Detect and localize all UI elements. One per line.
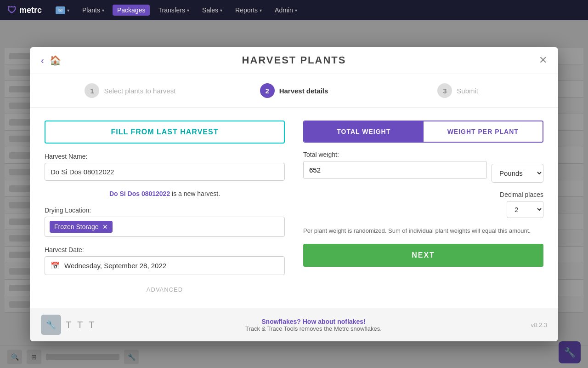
brand-name: metrc xyxy=(19,6,42,15)
total-weight-label: Total weight: xyxy=(303,151,487,158)
total-weight-wrap: Total weight: xyxy=(303,151,487,179)
weight-unit-select[interactable]: Pounds Ounces Grams Kilograms xyxy=(492,164,543,183)
nav-transfers[interactable]: Transfers ▾ xyxy=(153,5,194,16)
weight-tab-toggle: TOTAL WEIGHT WEIGHT PER PLANT xyxy=(303,121,543,143)
nav-packages[interactable]: Packages xyxy=(113,5,150,16)
modal-back-button[interactable]: ‹ xyxy=(41,55,44,66)
footer-logo-text: T T T xyxy=(66,320,96,330)
modal-header: ‹ 🏠 HARVEST PLANTS ✕ xyxy=(30,47,558,74)
nav-transfers-label: Transfers xyxy=(158,6,185,14)
drying-location-tag-container[interactable]: Frozen Storage ✕ xyxy=(45,217,285,237)
nav-admin-label: Admin xyxy=(275,6,293,14)
modal-nav-icons: ‹ 🏠 xyxy=(41,55,61,66)
steps-bar: 1 Select plants to harvest 2 Harvest det… xyxy=(30,74,558,108)
footer-logo-icon: 🔧 xyxy=(41,315,61,335)
modal-close-button[interactable]: ✕ xyxy=(539,54,547,66)
admin-caret-icon: ▾ xyxy=(295,8,297,13)
drying-tag-label: Frozen Storage xyxy=(54,223,99,230)
decimal-places-select[interactable]: 0 1 2 3 4 xyxy=(507,201,543,218)
harvest-name-group: Harvest Name: xyxy=(45,153,285,181)
nav-sales-label: Sales xyxy=(202,6,218,14)
sales-caret-icon: ▾ xyxy=(220,8,222,13)
weight-info-text: Per plant weight is randomized. Sum of i… xyxy=(303,226,543,236)
plants-caret-icon: ▾ xyxy=(102,8,104,13)
next-button[interactable]: NEXT xyxy=(303,244,543,267)
brand-logo: 🛡 metrc xyxy=(7,5,42,16)
fill-from-last-harvest-button[interactable]: FILL FROM LAST HARVEST xyxy=(45,121,285,144)
step-2: 2 Harvest details xyxy=(212,83,376,98)
harvest-date-input[interactable]: 📅 Wednesday, September 28, 2022 xyxy=(45,256,285,275)
footer-version: v0.2.3 xyxy=(531,322,547,328)
step-1-label: Select plants to harvest xyxy=(104,87,175,95)
decimal-places-label: Decimal places xyxy=(500,191,543,198)
modal-overlay: ‹ 🏠 HARVEST PLANTS ✕ 1 Select plants to … xyxy=(0,20,588,368)
footer-logo: 🔧 T T T xyxy=(41,315,96,335)
advanced-link[interactable]: ADVANCED xyxy=(45,284,285,295)
decimal-places-wrap: Decimal places 0 1 2 3 4 xyxy=(303,191,543,218)
harvest-plants-modal: ‹ 🏠 HARVEST PLANTS ✕ 1 Select plants to … xyxy=(30,47,558,341)
harvest-name-label: Harvest Name: xyxy=(45,153,285,160)
new-harvest-suffix: is a new harvest. xyxy=(172,190,220,197)
step-1-circle: 1 xyxy=(85,83,99,98)
step-2-circle: 2 xyxy=(260,83,275,98)
total-weight-input[interactable] xyxy=(303,161,487,179)
drying-location-group: Drying Location: Frozen Storage ✕ xyxy=(45,207,285,237)
step-3-label: Submit xyxy=(457,87,478,95)
new-harvest-message: Do Si Dos 08012022 is a new harvest. xyxy=(45,190,285,197)
modal-footer: 🔧 T T T Snowflakes? How about noflakes! … xyxy=(30,308,558,341)
harvest-date-group: Harvest Date: 📅 Wednesday, September 28,… xyxy=(45,246,285,275)
step-2-label: Harvest details xyxy=(279,87,328,95)
transfers-caret-icon: ▾ xyxy=(187,8,189,13)
calendar-icon: 📅 xyxy=(51,261,60,270)
modal-body: FILL FROM LAST HARVEST Harvest Name: Do … xyxy=(30,108,558,308)
nav-plants-label: Plants xyxy=(82,6,100,14)
total-weight-tab[interactable]: TOTAL WEIGHT xyxy=(304,121,424,142)
harvest-date-label: Harvest Date: xyxy=(45,246,285,253)
right-panel: TOTAL WEIGHT WEIGHT PER PLANT Total weig… xyxy=(303,121,543,295)
footer-center: Snowflakes? How about noflakes! Track & … xyxy=(96,318,531,332)
weight-per-plant-tab[interactable]: WEIGHT PER PLANT xyxy=(424,121,543,142)
step-3: 3 Submit xyxy=(376,83,540,98)
email-badge: ✉ xyxy=(56,6,65,14)
modal-home-button[interactable]: 🏠 xyxy=(50,55,61,66)
nav-email[interactable]: ✉ ▾ xyxy=(51,5,74,16)
nav-reports-label: Reports xyxy=(235,6,258,14)
drying-location-label: Drying Location: xyxy=(45,207,285,214)
footer-headline[interactable]: Snowflakes? How about noflakes! xyxy=(96,318,531,325)
reports-caret-icon: ▾ xyxy=(260,8,262,13)
nav-packages-label: Packages xyxy=(117,6,145,14)
new-harvest-name: Do Si Dos 08012022 xyxy=(109,190,170,197)
email-caret-icon: ▾ xyxy=(67,8,69,13)
harvest-name-input[interactable] xyxy=(45,163,285,181)
footer-subtext: Track & Trace Tools removes the Metrc sn… xyxy=(96,325,531,332)
nav-admin[interactable]: Admin ▾ xyxy=(270,5,302,16)
drying-location-tag: Frozen Storage ✕ xyxy=(50,221,113,233)
step-1: 1 Select plants to harvest xyxy=(48,83,212,98)
navbar: 🛡 metrc ✉ ▾ Plants ▾ Packages Transfers … xyxy=(0,0,588,20)
harvest-date-value: Wednesday, September 28, 2022 xyxy=(64,262,166,270)
modal-title: HARVEST PLANTS xyxy=(242,54,346,66)
nav-sales[interactable]: Sales ▾ xyxy=(198,5,227,16)
brand-shield-icon: 🛡 xyxy=(7,5,17,16)
step-3-circle: 3 xyxy=(437,83,452,98)
nav-reports[interactable]: Reports ▾ xyxy=(231,5,266,16)
nav-plants[interactable]: Plants ▾ xyxy=(78,5,109,16)
left-panel: FILL FROM LAST HARVEST Harvest Name: Do … xyxy=(45,121,285,295)
drying-tag-remove-button[interactable]: ✕ xyxy=(102,223,108,230)
weight-row: Total weight: Pounds Ounces Grams Kilogr… xyxy=(303,151,543,183)
